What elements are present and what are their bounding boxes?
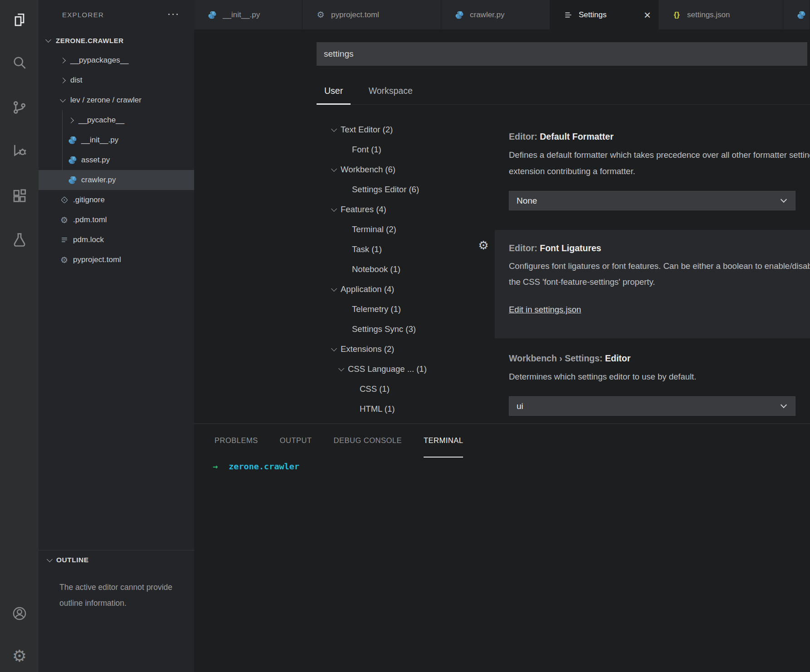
toc-item-label: Terminal (2) bbox=[352, 224, 396, 234]
tree-item-label: __init__.py bbox=[81, 136, 118, 145]
tab-settings-json[interactable]: {} settings.json bbox=[659, 0, 783, 29]
settings-sliders-icon bbox=[564, 10, 573, 19]
toc-item-extensions[interactable]: Extensions (2) bbox=[317, 339, 494, 359]
tree-item-lev-zerone-crawler[interactable]: lev / zerone / crawler bbox=[39, 90, 194, 110]
tree-item-crawler-py[interactable]: crawler.py bbox=[39, 170, 194, 190]
outline-header[interactable]: OUTLINE bbox=[39, 550, 194, 570]
settings-toc: Text Editor (2)Font (1)Workbench (6)Sett… bbox=[317, 120, 494, 419]
tab-pyproject-toml[interactable]: ⚙ pyproject.toml bbox=[303, 0, 441, 29]
toc-item-application[interactable]: Application (4) bbox=[317, 279, 494, 299]
tree-item-label: .pdm.toml bbox=[73, 215, 107, 224]
account-icon[interactable] bbox=[11, 605, 28, 622]
panel-tab-problems[interactable]: PROBLEMS bbox=[215, 424, 258, 458]
toc-item-features[interactable]: Features (4) bbox=[317, 200, 494, 219]
toc-item-font[interactable]: Font (1) bbox=[317, 140, 494, 160]
tree-item-pdm-toml[interactable]: ⚙.pdm.toml bbox=[39, 210, 194, 230]
settings-search-input[interactable] bbox=[317, 42, 807, 66]
close-icon[interactable]: × bbox=[644, 10, 651, 19]
tree-item-pycache[interactable]: __pycache__ bbox=[39, 110, 194, 130]
toc-item-label: Font (1) bbox=[352, 145, 381, 155]
chevron-down-icon bbox=[47, 556, 53, 562]
panel-tab-output[interactable]: OUTPUT bbox=[280, 424, 312, 458]
python-icon bbox=[68, 136, 77, 145]
toc-item-telemetry[interactable]: Telemetry (1) bbox=[317, 299, 494, 319]
setting-title-default-formatter: Editor: Default Formatter bbox=[509, 130, 614, 143]
python-icon bbox=[455, 10, 464, 19]
setting-title-workbench-settings-editor: Workbench › Settings: Editor bbox=[509, 351, 630, 365]
toc-item-settings-sync[interactable]: Settings Sync (3) bbox=[317, 319, 494, 339]
gear-icon: ⚙ bbox=[316, 10, 325, 19]
setting-gear-icon[interactable]: ⚙ bbox=[476, 238, 491, 253]
settings-editor: User Workspace Text Editor (2)Font (1)Wo… bbox=[194, 29, 810, 424]
tree-item-label: pdm.lock bbox=[73, 235, 104, 244]
activity-bar: ⚙ bbox=[0, 0, 39, 672]
tree-item-zerone-crawler[interactable]: ZERONE.CRAWLER bbox=[39, 30, 194, 50]
tab-settings[interactable]: Settings × bbox=[550, 0, 659, 29]
tree-item-pyproject-toml[interactable]: ⚙pyproject.toml bbox=[39, 250, 194, 270]
toc-item-task[interactable]: Task (1) bbox=[317, 239, 494, 259]
toc-item-label: Settings Sync (3) bbox=[352, 324, 416, 334]
edit-in-settings-json-link[interactable]: Edit in settings.json bbox=[509, 303, 581, 316]
chevron-right-icon bbox=[60, 78, 66, 83]
toc-item-settings-editor[interactable]: Settings Editor (6) bbox=[317, 180, 494, 200]
chevron-down-icon bbox=[338, 365, 344, 371]
chevron-down-icon bbox=[331, 286, 337, 292]
toc-item-notebook[interactable]: Notebook (1) bbox=[317, 259, 494, 279]
toc-item-label: Features (4) bbox=[341, 205, 386, 214]
settings-editor-select[interactable]: ui bbox=[509, 396, 795, 416]
terminal-line[interactable]: → zerone.crawler bbox=[213, 460, 299, 472]
scope-tab-user[interactable]: User bbox=[317, 78, 351, 105]
toc-item-label: Extensions (2) bbox=[341, 344, 394, 354]
panel-tab-debug-console[interactable]: DEBUG CONSOLE bbox=[334, 424, 402, 458]
extensions-icon[interactable] bbox=[11, 188, 28, 205]
chevron-down-icon bbox=[331, 206, 337, 212]
python-icon bbox=[208, 10, 217, 19]
chevron-down-icon bbox=[781, 402, 787, 408]
toc-item-css-language[interactable]: CSS Language ... (1) bbox=[317, 359, 494, 379]
tree-item-label: pyproject.toml bbox=[73, 255, 121, 264]
tree-item-gitignore[interactable]: .gitignore bbox=[39, 190, 194, 210]
testing-icon[interactable] bbox=[11, 231, 28, 248]
toc-item-text-editor[interactable]: Text Editor (2) bbox=[317, 120, 494, 140]
toc-item-terminal[interactable]: Terminal (2) bbox=[317, 219, 494, 239]
tree-item-pypackages[interactable]: __pypackages__ bbox=[39, 50, 194, 70]
toc-item-workbench[interactable]: Workbench (6) bbox=[317, 160, 494, 180]
bottom-panel: PROBLEMS OUTPUT DEBUG CONSOLE TERMINAL →… bbox=[194, 424, 810, 672]
source-control-icon[interactable] bbox=[11, 99, 28, 116]
tab-init-py[interactable]: __init__.py bbox=[194, 0, 303, 29]
tab-crawler-py[interactable]: crawler.py bbox=[441, 0, 550, 29]
toc-item-label: HTML (1) bbox=[360, 404, 395, 414]
search-icon[interactable] bbox=[11, 54, 28, 71]
tree-item-dist[interactable]: dist bbox=[39, 70, 194, 90]
python-icon bbox=[68, 156, 77, 165]
toc-item-label: Workbench (6) bbox=[341, 165, 395, 175]
panel-tab-terminal[interactable]: TERMINAL bbox=[424, 424, 463, 458]
tree-item-label: lev / zerone / crawler bbox=[70, 96, 142, 105]
chevron-right-icon bbox=[68, 117, 74, 123]
toc-item-label: Settings Editor (6) bbox=[352, 185, 419, 195]
toc-item-label: CSS (1) bbox=[360, 384, 390, 394]
terminal-prompt-arrow: → bbox=[213, 462, 218, 471]
lock-lines-icon bbox=[59, 235, 69, 245]
tree-item-init-py[interactable]: __init__.py bbox=[39, 130, 194, 150]
default-formatter-select[interactable]: None bbox=[509, 191, 795, 210]
scope-tab-workspace[interactable]: Workspace bbox=[361, 78, 420, 105]
sidebar-title: EXPLORER bbox=[62, 11, 104, 19]
tree-item-pdm-lock[interactable]: pdm.lock bbox=[39, 230, 194, 250]
terminal-command: zerone.crawler bbox=[229, 462, 299, 471]
tab-partial-python[interactable] bbox=[783, 0, 810, 29]
tree-item-asset-py[interactable]: asset.py bbox=[39, 150, 194, 170]
toc-item-css[interactable]: CSS (1) bbox=[317, 379, 494, 399]
run-debug-icon[interactable] bbox=[11, 141, 28, 159]
explorer-icon[interactable] bbox=[11, 11, 28, 29]
more-actions-icon[interactable]: ··· bbox=[166, 6, 181, 22]
outline-section: OUTLINE The active editor cannot provide… bbox=[39, 550, 194, 611]
chevron-down-icon bbox=[60, 97, 66, 102]
toc-item-label: Telemetry (1) bbox=[352, 304, 401, 314]
vscode-window: ⚙ EXPLORER ··· ZERONE.CRAWLER__pypackage… bbox=[0, 0, 810, 672]
toc-item-html[interactable]: HTML (1) bbox=[317, 399, 494, 419]
manage-gear-icon[interactable]: ⚙ bbox=[11, 648, 28, 665]
gear-icon: ⚙ bbox=[59, 215, 69, 225]
outline-title: OUTLINE bbox=[56, 556, 89, 564]
tree-item-label: asset.py bbox=[81, 156, 110, 165]
